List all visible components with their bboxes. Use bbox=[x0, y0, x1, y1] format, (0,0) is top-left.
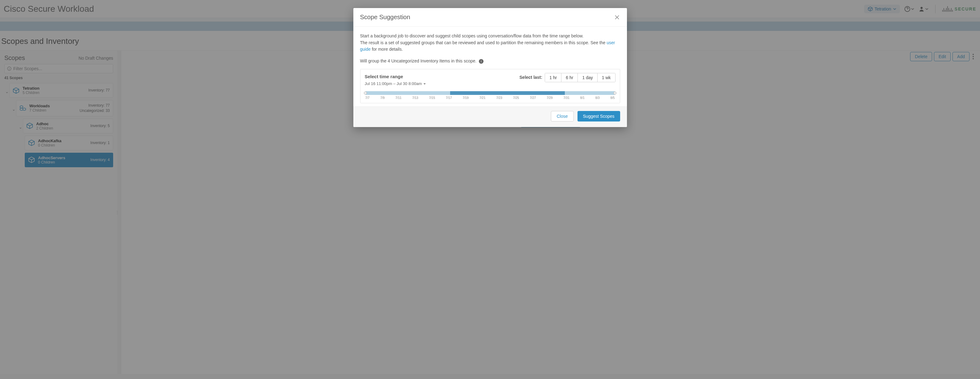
range-value-dropdown[interactable]: Jul 16 11:00pm – Jul 30 8:00am bbox=[365, 81, 426, 87]
time-range-slider[interactable]: 7/77/97/117/137/157/177/197/217/237/257/… bbox=[366, 91, 615, 100]
modal-footer: Close Suggest Scopes bbox=[353, 106, 627, 127]
tick-label: 7/31 bbox=[563, 96, 570, 100]
preset-6hr[interactable]: 6 hr bbox=[561, 73, 578, 82]
close-button[interactable] bbox=[614, 14, 620, 21]
close-modal-button[interactable]: Close bbox=[551, 111, 574, 121]
preset-segment: 1 hr 6 hr 1 day 1 wk bbox=[545, 73, 615, 82]
range-left: Select time range Jul 16 11:00pm – Jul 3… bbox=[365, 73, 426, 87]
modal-p1: Start a background job to discover and s… bbox=[360, 33, 620, 40]
modal-header: Scope Suggestion bbox=[353, 8, 627, 27]
tick-label: 8/5 bbox=[610, 96, 614, 100]
tick-label: 7/25 bbox=[513, 96, 519, 100]
range-value-text: Jul 16 11:00pm – Jul 30 8:00am bbox=[365, 81, 422, 87]
modal-group-line-row: Will group the 4 Uncategorized Inventory… bbox=[360, 58, 620, 65]
tick-label: 7/29 bbox=[547, 96, 552, 100]
close-icon bbox=[614, 14, 620, 21]
modal-p2a: The result is a set of suggested groups … bbox=[360, 40, 607, 45]
range-top: Select time range Jul 16 11:00pm – Jul 3… bbox=[365, 73, 616, 87]
tick-label: 7/17 bbox=[446, 96, 452, 100]
tick-label: 8/3 bbox=[595, 96, 600, 100]
preset-1hr[interactable]: 1 hr bbox=[545, 73, 561, 82]
select-last-label: Select last: bbox=[519, 74, 542, 81]
tick-label: 7/13 bbox=[412, 96, 418, 100]
slider-handle-end[interactable] bbox=[613, 91, 616, 95]
modal-title: Scope Suggestion bbox=[360, 14, 410, 21]
slider-ticks: 7/77/97/117/137/157/177/197/217/237/257/… bbox=[366, 96, 615, 100]
tick-label: 7/19 bbox=[463, 96, 468, 100]
info-icon[interactable]: i bbox=[479, 59, 484, 64]
modal-group-line: Will group the 4 Uncategorized Inventory… bbox=[360, 59, 477, 64]
tick-label: 7/21 bbox=[479, 96, 485, 100]
caret-down-icon bbox=[423, 83, 426, 85]
scope-suggestion-modal: Scope Suggestion Start a background job … bbox=[353, 8, 627, 127]
modal-p2: The result is a set of suggested groups … bbox=[360, 40, 620, 53]
preset-1wk[interactable]: 1 wk bbox=[597, 73, 615, 82]
app-root: Cisco Secure Workload Tetration bbox=[0, 0, 980, 379]
range-title: Select time range bbox=[365, 73, 426, 80]
tick-label: 7/7 bbox=[366, 96, 370, 100]
time-range-card: Select time range Jul 16 11:00pm – Jul 3… bbox=[360, 69, 620, 103]
modal-p2b: for more details. bbox=[372, 47, 403, 52]
slider-handle-start[interactable] bbox=[364, 91, 367, 95]
tick-label: 7/9 bbox=[380, 96, 385, 100]
tick-label: 8/1 bbox=[580, 96, 585, 100]
modal-body: Start a background job to discover and s… bbox=[353, 27, 627, 106]
modal-overlay: Scope Suggestion Start a background job … bbox=[0, 0, 980, 379]
tick-label: 7/15 bbox=[429, 96, 435, 100]
range-right: Select last: 1 hr 6 hr 1 day 1 wk bbox=[519, 73, 615, 82]
preset-1day[interactable]: 1 day bbox=[578, 73, 597, 82]
tick-label: 7/11 bbox=[395, 96, 401, 100]
slider-selection bbox=[450, 91, 565, 95]
tick-label: 7/23 bbox=[496, 96, 502, 100]
tick-label: 7/27 bbox=[530, 96, 536, 100]
suggest-scopes-button[interactable]: Suggest Scopes bbox=[578, 111, 620, 121]
